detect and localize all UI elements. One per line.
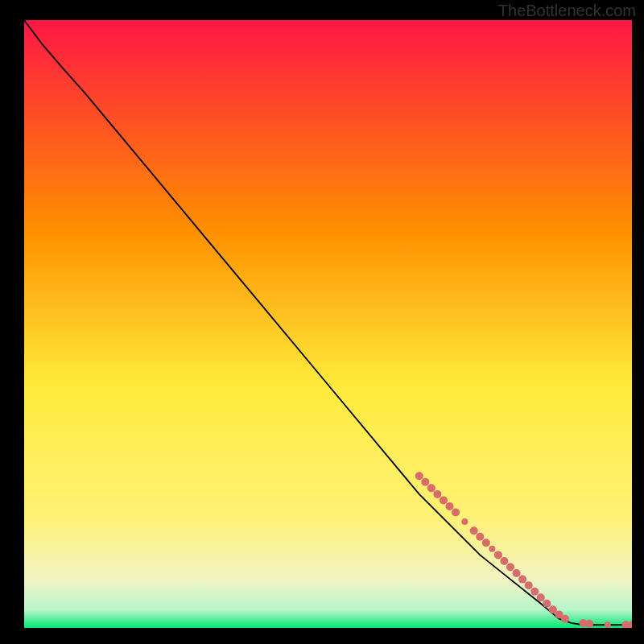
chart-area bbox=[24, 20, 632, 628]
data-marker bbox=[452, 509, 460, 517]
data-marker bbox=[421, 478, 429, 486]
attribution-text: TheBottleneck.com bbox=[498, 2, 636, 20]
data-marker bbox=[525, 581, 533, 589]
data-marker bbox=[470, 526, 478, 535]
data-marker bbox=[440, 496, 448, 504]
data-marker bbox=[530, 588, 539, 596]
chart-svg bbox=[24, 20, 632, 628]
data-marker bbox=[537, 593, 545, 601]
data-marker bbox=[476, 533, 484, 541]
data-marker bbox=[415, 472, 423, 480]
data-marker bbox=[433, 490, 441, 498]
data-marker bbox=[585, 620, 593, 628]
data-marker bbox=[506, 564, 514, 572]
data-marker bbox=[605, 621, 611, 628]
data-marker bbox=[518, 576, 526, 584]
data-marker bbox=[494, 551, 502, 559]
data-marker bbox=[513, 569, 521, 577]
data-marker bbox=[482, 539, 490, 547]
data-marker bbox=[446, 502, 454, 510]
data-marker bbox=[500, 557, 508, 565]
data-marker bbox=[489, 546, 495, 552]
data-marker bbox=[427, 484, 436, 492]
data-marker bbox=[561, 615, 569, 623]
data-marker bbox=[543, 600, 551, 608]
data-marker bbox=[461, 518, 468, 525]
gradient-background bbox=[24, 20, 632, 628]
